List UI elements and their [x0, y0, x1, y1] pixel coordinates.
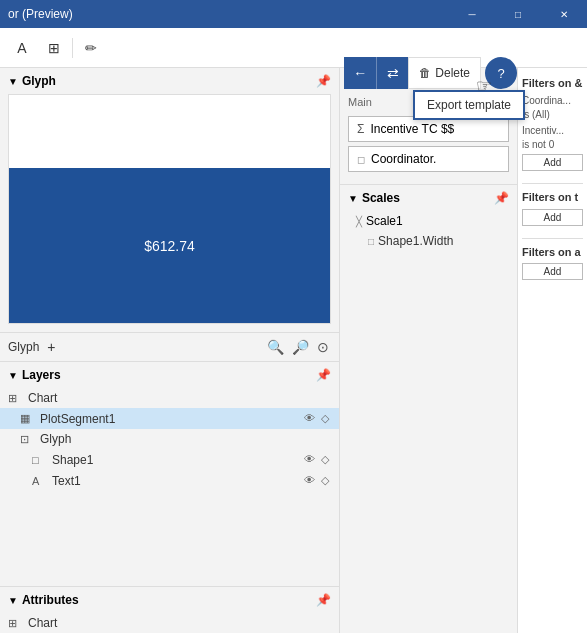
image-icon: ⊞ — [48, 40, 60, 56]
attributes-section-label: Attributes — [22, 593, 79, 607]
filters-panel: Filters on & Coordina... is (All) Incent… — [517, 68, 587, 633]
field-incentive-label: Incentive TC $$ — [370, 122, 454, 136]
export-template-label: Export template — [427, 98, 511, 112]
layers-pin-icon[interactable]: 📌 — [316, 368, 331, 382]
glyph-zoom-controls: 🔍 🔎 ⊙ — [265, 337, 331, 357]
layers-chevron-icon: ▼ — [8, 370, 18, 381]
field-square-icon: ◻ — [357, 154, 365, 165]
zoom-reset-button[interactable]: ⊙ — [315, 337, 331, 357]
attributes-header-left: ▼ Attributes — [8, 593, 79, 607]
layers-header-left: ▼ Layers — [8, 368, 61, 382]
filter-divider-1 — [522, 183, 583, 184]
glyph-value: $612.74 — [144, 238, 195, 254]
zoom-out-button[interactable]: 🔍 — [265, 337, 286, 357]
filter-group-ampersand: Filters on & Coordina... is (All) Incent… — [522, 76, 583, 171]
scales-pin-icon[interactable]: 📌 — [494, 191, 509, 205]
trash-icon: 🗑 — [419, 66, 431, 80]
attribute-chart-icon: ⊞ — [8, 617, 24, 630]
text-icon: A — [17, 40, 26, 56]
glyph-toolbar: Glyph + 🔍 🔎 ⊙ — [0, 332, 339, 361]
left-panel: ▼ Glyph 📌 $612.74 Glyph + 🔍 🔎 ⊙ — [0, 68, 340, 633]
scales-chevron-icon: ▼ — [348, 193, 358, 204]
right-panel: Fields ••• Main Σ Incentive TC $$ ◻ Coor… — [340, 68, 517, 633]
image-button[interactable]: ⊞ — [40, 34, 68, 62]
zoom-in-button[interactable]: 🔎 — [290, 337, 311, 357]
shape1-visibility-button[interactable]: 👁 — [302, 452, 317, 467]
field-coordinator-label: Coordinator. — [371, 152, 436, 166]
text1-visibility-button[interactable]: 👁 — [302, 473, 317, 488]
glyph-section: ▼ Glyph 📌 $612.74 Glyph + 🔍 🔎 ⊙ — [0, 68, 339, 362]
field-item-coordinator[interactable]: ◻ Coordinator. — [348, 146, 509, 172]
glyph-chevron-icon: ▼ — [8, 76, 18, 87]
help-icon: ? — [497, 66, 504, 81]
layer-item-shape1[interactable]: □ Shape1 👁 ◇ — [0, 449, 339, 470]
shape1-diamond-icon[interactable]: ◇ — [319, 452, 331, 467]
filter-divider-2 — [522, 238, 583, 239]
attribute-chart-label: Chart — [28, 616, 331, 630]
attributes-section-header[interactable]: ▼ Attributes 📌 — [0, 587, 339, 613]
layers-section-header[interactable]: ▼ Layers 📌 — [0, 362, 339, 388]
filter-t-label: Filters on t — [522, 190, 583, 204]
toolbar: A ⊞ ✏ ← ⇄ 🗑 Delete ? ☞ Export template — [0, 28, 587, 68]
glyph-section-label: Glyph — [22, 74, 56, 88]
glyph-section-header[interactable]: ▼ Glyph 📌 — [0, 68, 339, 94]
glyph-layer-label: Glyph — [40, 432, 331, 446]
glyph-add-button[interactable]: + — [47, 339, 55, 355]
scale-sub-shape1width[interactable]: □ Shape1.Width — [340, 231, 517, 251]
text1-diamond-icon[interactable]: ◇ — [319, 473, 331, 488]
plotsegment-label: PlotSegment1 — [40, 412, 298, 426]
layer-item-glyph[interactable]: ⊡ Glyph — [0, 429, 339, 449]
attribute-chart-item[interactable]: ⊞ Chart — [0, 613, 339, 633]
pencil-button[interactable]: ✏ — [77, 34, 105, 62]
maximize-button[interactable]: □ — [495, 0, 541, 28]
plotsegment-visibility-button[interactable]: 👁 — [302, 411, 317, 426]
shape1-label: Shape1 — [52, 453, 298, 467]
scales-section: ▼ Scales 📌 ╳ Scale1 □ Shape1.Width — [340, 185, 517, 259]
text1-actions: 👁 ◇ — [302, 473, 331, 488]
minimize-button[interactable]: ─ — [449, 0, 495, 28]
text1-icon: A — [32, 475, 48, 487]
filter-group-a: Filters on a Add — [522, 245, 583, 280]
delete-button[interactable]: 🗑 Delete — [408, 57, 481, 89]
nav-back-button[interactable]: ← — [344, 57, 376, 89]
glyph-header-left: ▼ Glyph — [8, 74, 56, 88]
scale-shape1-label: Shape1.Width — [378, 234, 453, 248]
cursor-hand-icon: ☞ — [476, 75, 492, 97]
glyph-preview: $612.74 — [8, 94, 331, 324]
plotsegment-icon: ▦ — [20, 412, 36, 425]
filter-ampersand-add-button[interactable]: Add — [522, 154, 583, 171]
filter-group-t: Filters on t Add — [522, 190, 583, 225]
title-bar-text: or (Preview) — [8, 7, 73, 21]
layer-item-text1[interactable]: A Text1 👁 ◇ — [0, 470, 339, 491]
filter-ampersand-label: Filters on & — [522, 76, 583, 90]
layer-item-chart[interactable]: ⊞ Chart — [0, 388, 339, 408]
title-bar: or (Preview) ─ □ ✕ — [0, 0, 587, 28]
glyph-layer-icon: ⊡ — [20, 433, 36, 446]
glyph-pin-icon[interactable]: 📌 — [316, 74, 331, 88]
delete-label: Delete — [435, 66, 470, 80]
filter-coordina-field: Coordina... — [522, 94, 583, 107]
scale-item-scale1[interactable]: ╳ Scale1 — [340, 211, 517, 231]
plotsegment-diamond-icon[interactable]: ◇ — [319, 411, 331, 426]
main-layout: ▼ Glyph 📌 $612.74 Glyph + 🔍 🔎 ⊙ — [0, 68, 587, 633]
filter-a-add-button[interactable]: Add — [522, 263, 583, 280]
glyph-add-label: Glyph — [8, 340, 39, 354]
layers-section: ▼ Layers 📌 ⊞ Chart ▦ PlotSegment1 👁 ◇ — [0, 362, 339, 587]
export-template-popup[interactable]: Export template — [413, 90, 525, 120]
filter-t-add-button[interactable]: Add — [522, 209, 583, 226]
close-button[interactable]: ✕ — [541, 0, 587, 28]
nav-swap-button[interactable]: ⇄ — [376, 57, 408, 89]
scale-cross-icon: ╳ — [356, 216, 362, 227]
text1-label: Text1 — [52, 474, 298, 488]
toolbar-separator — [72, 38, 73, 58]
title-bar-controls: ─ □ ✕ — [449, 0, 587, 28]
attributes-pin-icon[interactable]: 📌 — [316, 593, 331, 607]
scale1-label: Scale1 — [366, 214, 403, 228]
filter-incentiv-value: is not 0 — [522, 139, 583, 150]
text-format-button[interactable]: A — [8, 34, 36, 62]
scales-title: Scales — [362, 191, 400, 205]
sigma-icon: Σ — [357, 122, 364, 136]
scales-header-left: ▼ Scales — [348, 191, 400, 205]
layer-item-plotsegment1[interactable]: ▦ PlotSegment1 👁 ◇ — [0, 408, 339, 429]
attributes-chevron-icon: ▼ — [8, 595, 18, 606]
